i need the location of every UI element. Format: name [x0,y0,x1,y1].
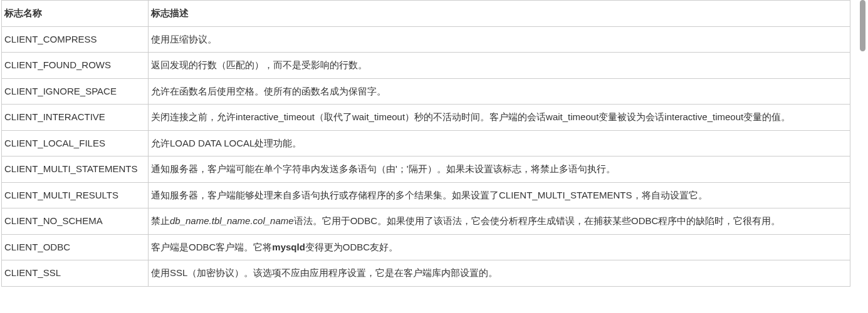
scrollbar-thumb[interactable] [860,0,865,51]
flag-description-cell: 禁止db_name.tbl_name.col_name语法。它用于ODBC。如果… [149,208,850,235]
flag-name-cell: CLIENT_LOCAL_FILES [2,130,149,156]
vertical-scrollbar[interactable] [860,0,865,313]
content-area: 标志名称 标志描述 CLIENT_COMPRESS使用压缩协议。CLIENT_F… [0,0,850,287]
flag-name-cell: CLIENT_FOUND_ROWS [2,53,149,79]
table-row: CLIENT_LOCAL_FILES允许LOAD DATA LOCAL处理功能。 [2,130,850,156]
table-row: CLIENT_MULTI_STATEMENTS通知服务器，客户端可能在单个字符串… [2,156,850,183]
flag-name-cell: CLIENT_COMPRESS [2,26,149,53]
page-wrapper: 标志名称 标志描述 CLIENT_COMPRESS使用压缩协议。CLIENT_F… [0,0,868,313]
table-header-row: 标志名称 标志描述 [2,1,850,27]
header-flag-description: 标志描述 [149,1,850,27]
table-row: CLIENT_NO_SCHEMA禁止db_name.tbl_name.col_n… [2,208,850,235]
flags-table: 标志名称 标志描述 CLIENT_COMPRESS使用压缩协议。CLIENT_F… [1,0,850,287]
header-flag-name: 标志名称 [2,1,149,27]
flag-description-cell: 客户端是ODBC客户端。它将mysqld变得更为ODBC友好。 [149,234,850,260]
flag-description-cell: 通知服务器，客户端能够处理来自多语句执行或存储程序的多个结果集。如果设置了CLI… [149,182,850,208]
flag-name-cell: CLIENT_NO_SCHEMA [2,208,149,235]
flag-description-cell: 关闭连接之前，允许interactive_timeout（取代了wait_tim… [149,105,850,131]
table-row: CLIENT_COMPRESS使用压缩协议。 [2,26,850,53]
table-row: CLIENT_IGNORE_SPACE允许在函数名后使用空格。使所有的函数名成为… [2,78,850,105]
flag-name-cell: CLIENT_SSL [2,260,149,287]
table-row: CLIENT_FOUND_ROWS返回发现的行数（匹配的），而不是受影响的行数。 [2,53,850,79]
flag-name-cell: CLIENT_IGNORE_SPACE [2,78,149,105]
flag-name-cell: CLIENT_MULTI_STATEMENTS [2,156,149,183]
flag-name-cell: CLIENT_ODBC [2,234,149,260]
table-row: CLIENT_INTERACTIVE关闭连接之前，允许interactive_t… [2,105,850,131]
flag-description-cell: 使用压缩协议。 [149,26,850,53]
table-row: CLIENT_ODBC客户端是ODBC客户端。它将mysqld变得更为ODBC友… [2,234,850,260]
flag-description-cell: 返回发现的行数（匹配的），而不是受影响的行数。 [149,53,850,79]
table-row: CLIENT_MULTI_RESULTS通知服务器，客户端能够处理来自多语句执行… [2,182,850,208]
flag-name-cell: CLIENT_INTERACTIVE [2,105,149,131]
flag-description-cell: 允许在函数名后使用空格。使所有的函数名成为保留字。 [149,78,850,105]
flag-description-cell: 使用SSL（加密协议）。该选项不应由应用程序设置，它是在客户端库内部设置的。 [149,260,850,287]
table-row: CLIENT_SSL使用SSL（加密协议）。该选项不应由应用程序设置，它是在客户… [2,260,850,287]
flag-name-cell: CLIENT_MULTI_RESULTS [2,182,149,208]
flag-description-cell: 允许LOAD DATA LOCAL处理功能。 [149,130,850,156]
flag-description-cell: 通知服务器，客户端可能在单个字符串内发送多条语句（由'；'隔开）。如果未设置该标… [149,156,850,183]
